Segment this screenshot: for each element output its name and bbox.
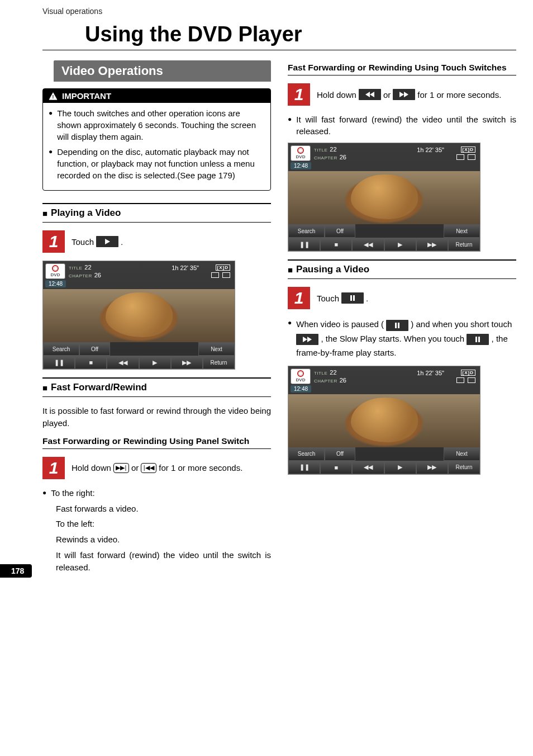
- search-button[interactable]: Search: [43, 342, 79, 356]
- subheading-playing: Playing a Video: [42, 203, 271, 223]
- ffwd-icon: [393, 89, 415, 100]
- important-label: IMPORTANT: [62, 91, 111, 101]
- rewind-button[interactable]: ◀◀: [352, 461, 384, 474]
- pause-button[interactable]: ❚❚: [43, 356, 75, 369]
- step-row: 1 Touch .: [288, 287, 516, 309]
- pause-icon: [386, 320, 408, 331]
- dvd-badge: DVD: [291, 145, 311, 161]
- bullet-item: When video is paused ( ) and when you sh…: [288, 317, 516, 360]
- step-text: Hold down or for 1 or more seconds.: [317, 89, 501, 101]
- ffwd-icon: [296, 334, 318, 345]
- audio-icon: [222, 272, 230, 278]
- next-track-icon: ▶▶|: [113, 463, 129, 473]
- ffwd-button[interactable]: ▶▶: [416, 461, 448, 474]
- audio-icon: [468, 377, 475, 383]
- runtime-text: 1h 22' 35": [417, 147, 444, 153]
- runtime-text: 1h 22' 35": [417, 370, 444, 376]
- audio-icon: [468, 154, 475, 160]
- bullet-detail: Fast forwards a video. To the left: Rewi…: [56, 503, 271, 574]
- dvd-badge: DVD: [291, 368, 311, 384]
- page-title: Using the DVD Player: [42, 20, 516, 50]
- clock-pill: 12:48: [291, 162, 311, 169]
- step-row: 1 Hold down or for 1 or more seconds.: [288, 83, 516, 106]
- subsubheading-ff-panel: Fast Forwarding or Rewinding Using Panel…: [42, 435, 271, 449]
- repeat-icon: [211, 272, 219, 278]
- svg-marker-3: [365, 92, 370, 97]
- player-screenshot: DVD TITLE22 CHAPTER26 1h 22' 35" [X]D 12…: [288, 366, 480, 475]
- return-button[interactable]: Return: [448, 461, 480, 474]
- video-frame: [288, 171, 480, 224]
- svg-marker-12: [307, 337, 312, 342]
- stop-button[interactable]: ■: [320, 238, 352, 251]
- step-row: 1 Touch .: [42, 230, 271, 253]
- play-button[interactable]: ▶: [384, 461, 416, 474]
- svg-rect-13: [475, 337, 477, 342]
- clock-pill: 12:48: [45, 280, 66, 287]
- section-banner: Video Operations: [54, 60, 271, 82]
- play-button[interactable]: ▶: [384, 238, 416, 251]
- step-text: Touch .: [317, 292, 368, 304]
- step-row: 1 Hold down ▶▶| or |◀◀ for 1 or more sec…: [42, 457, 271, 479]
- pause-button[interactable]: ❚❚: [288, 461, 320, 474]
- pause-icon: [341, 292, 364, 304]
- play-button[interactable]: ▶: [139, 356, 171, 369]
- next-button[interactable]: Next: [444, 447, 480, 461]
- ff-intro-text: It is possible to fast forward or rewind…: [42, 405, 271, 429]
- subheading-ff: Fast Forward/Rewind: [42, 377, 271, 397]
- svg-marker-5: [399, 92, 404, 97]
- dolby-icon: [X]D: [461, 147, 475, 153]
- step-text: Touch .: [72, 236, 123, 248]
- breadcrumb: Visual operations: [0, 0, 533, 20]
- step-number-icon: 1: [42, 230, 65, 253]
- important-item: Depending on the disc, automatic playbac…: [49, 146, 265, 181]
- pause-icon: [467, 334, 489, 345]
- important-item: The touch switches and other operation i…: [49, 107, 265, 143]
- svg-marker-4: [370, 92, 374, 97]
- video-frame: [43, 289, 235, 342]
- rewind-button[interactable]: ◀◀: [352, 238, 384, 251]
- next-button[interactable]: Next: [444, 224, 480, 238]
- step-text: Hold down ▶▶| or |◀◀ for 1 or more secon…: [72, 462, 242, 474]
- step-number-icon: 1: [288, 83, 310, 106]
- page-number: 178: [0, 564, 32, 578]
- ffwd-button[interactable]: ▶▶: [416, 238, 448, 251]
- video-frame: [288, 394, 480, 447]
- off-button[interactable]: Off: [79, 342, 110, 356]
- dolby-icon: [X]D: [461, 370, 475, 376]
- repeat-icon: [456, 377, 464, 383]
- dvd-badge: DVD: [45, 263, 65, 279]
- repeat-icon: [456, 154, 464, 160]
- stop-button[interactable]: ■: [75, 356, 107, 369]
- next-button[interactable]: Next: [198, 342, 235, 356]
- player-screenshot: DVD TITLE22 CHAPTER26 1h 22' 35" [X]D 12…: [288, 143, 480, 252]
- stop-button[interactable]: ■: [320, 461, 352, 474]
- off-button[interactable]: Off: [325, 447, 355, 461]
- pause-button[interactable]: ❚❚: [288, 238, 320, 251]
- svg-marker-2: [105, 239, 110, 244]
- svg-rect-9: [395, 323, 397, 328]
- svg-rect-10: [398, 323, 399, 328]
- subheading-pause: Pausing a Video: [288, 259, 516, 279]
- search-button[interactable]: Search: [288, 447, 325, 461]
- rewind-button[interactable]: ◀◀: [107, 356, 139, 369]
- svg-text:!: !: [53, 93, 54, 99]
- dolby-icon: [X]D: [216, 264, 230, 271]
- bullet-item: It will fast forward (rewind) the video …: [288, 114, 516, 137]
- search-button[interactable]: Search: [288, 224, 325, 238]
- subsubheading-ff-touch: Fast Forwarding or Rewinding Using Touch…: [288, 62, 516, 75]
- important-box: ! IMPORTANT The touch switches and other…: [42, 88, 271, 191]
- return-button[interactable]: Return: [448, 238, 480, 251]
- svg-marker-6: [404, 92, 408, 97]
- runtime-text: 1h 22' 35": [172, 264, 199, 271]
- player-screenshot: DVD TITLE22 CHAPTER26 1h 22' 35" [X]D 12…: [42, 261, 235, 370]
- ffwd-button[interactable]: ▶▶: [171, 356, 203, 369]
- prev-track-icon: |◀◀: [141, 463, 156, 473]
- step-number-icon: 1: [42, 457, 65, 479]
- clock-pill: 12:48: [291, 385, 311, 393]
- off-button[interactable]: Off: [325, 224, 355, 238]
- svg-marker-11: [303, 337, 307, 342]
- rewind-icon: [359, 89, 381, 100]
- svg-rect-8: [353, 295, 355, 301]
- return-button[interactable]: Return: [203, 356, 235, 369]
- important-heading: ! IMPORTANT: [43, 89, 270, 103]
